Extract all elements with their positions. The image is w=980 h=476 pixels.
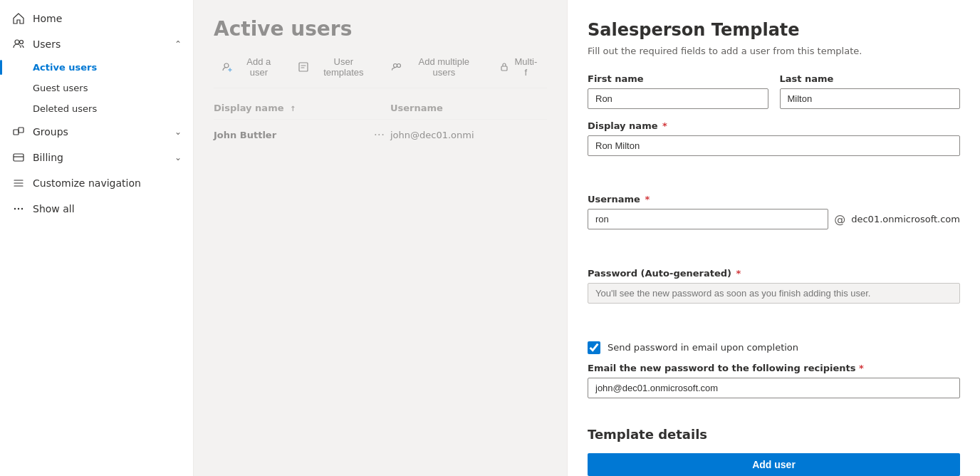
sidebar-item-groups[interactable]: Groups ⌄ [0,119,193,145]
col-display-name: Display name ↑ [214,103,390,113]
sidebar-item-users-label: Users [33,38,61,50]
page-title: Active users [214,17,547,41]
svg-point-1 [20,41,24,44]
send-email-row: Send password in email upon completion [588,341,960,354]
sidebar-item-customize-navigation[interactable]: Customize navigation [0,170,193,196]
svg-rect-3 [19,128,24,133]
svg-point-7 [21,208,23,209]
home-icon [11,11,26,26]
svg-rect-2 [14,130,19,135]
side-panel: Salesperson Template Fill out the requir… [567,0,980,476]
sidebar-subitem-guest-users-label: Guest users [33,83,88,93]
sidebar-item-home[interactable]: Home [0,6,193,31]
sidebar-item-show-all-label: Show all [33,203,75,214]
sidebar-item-billing-label: Billing [33,152,63,163]
sidebar-item-deleted-users[interactable]: Deleted users [0,98,193,119]
row-options-icon[interactable]: ··· [374,128,385,142]
sidebar-item-show-all[interactable]: Show all [0,196,193,222]
user-display-name: John Buttler [214,130,374,140]
table-row[interactable]: John Buttler ··· john@dec01.onmi [214,120,547,151]
sidebar-item-home-label: Home [33,13,62,24]
add-user-button[interactable]: Add user [588,453,960,476]
sidebar-item-groups-label: Groups [33,126,68,138]
sidebar-item-active-users[interactable]: Active users [0,57,193,78]
username-input[interactable] [588,209,828,229]
email-recipients-label: Email the new password to the following … [588,363,960,373]
main-content: Active users Add a user User templates A… [194,0,567,476]
display-name-group: Display name * [588,120,960,182]
sidebar-item-users[interactable]: Users ⌃ [0,31,193,57]
password-input [588,283,960,304]
sidebar: Home Users ⌃ Active users Guest users De… [0,0,194,476]
sidebar-item-guest-users[interactable]: Guest users [0,78,193,98]
col-username: Username [390,103,547,113]
multi-factor-button[interactable]: Multi-f [491,52,547,82]
sort-icon: ↑ [290,105,296,113]
toolbar: Add a user User templates Add multiple u… [214,52,547,88]
svg-rect-12 [501,66,507,71]
users-icon [11,37,26,51]
svg-rect-4 [14,154,24,161]
send-email-label: Send password in email upon completion [608,342,798,353]
username-group: Username * @ dec01.onmicrosoft.com [588,194,960,256]
chevron-down-groups-icon: ⌄ [174,127,182,137]
first-name-group: First name [588,73,768,109]
add-multiple-users-label: Add multiple users [406,56,482,78]
password-label: Password (Auto-generated) * [588,268,960,279]
user-username: john@dec01.onmi [390,130,547,140]
billing-icon [11,150,26,165]
panel-title: Salesperson Template [588,20,960,40]
svg-point-8 [224,63,229,68]
svg-point-11 [397,64,400,68]
domain-text: dec01.onmicrosoft.com [851,214,960,224]
svg-point-5 [14,208,16,209]
svg-point-10 [393,64,397,68]
sidebar-subitem-deleted-users-label: Deleted users [33,103,97,114]
sidebar-item-customize-navigation-label: Customize navigation [33,177,141,189]
table-header: Display name ↑ Username [214,97,547,120]
display-name-label: Display name * [588,120,960,131]
user-templates-button[interactable]: User templates [290,52,383,82]
email-recipients-input[interactable] [588,378,960,398]
display-name-input[interactable] [588,135,960,156]
customize-icon [11,176,26,190]
chevron-down-billing-icon: ⌄ [174,152,182,162]
sidebar-subitem-active-users-label: Active users [33,62,97,73]
template-details-heading: Template details [588,427,960,442]
email-recipients-group: Email the new password to the following … [588,363,960,413]
svg-point-0 [15,40,19,44]
last-name-label: Last name [780,73,961,84]
groups-icon [11,125,26,139]
password-group: Password (Auto-generated) * [588,268,960,330]
send-email-checkbox[interactable] [588,341,600,354]
username-row: @ dec01.onmicrosoft.com [588,209,960,229]
first-name-input[interactable] [588,88,768,109]
add-user-button[interactable]: Add a user [214,52,290,82]
dots-icon [11,202,26,216]
add-user-label: Add a user [236,56,281,78]
username-label: Username * [588,194,960,205]
add-multiple-users-button[interactable]: Add multiple users [383,52,491,82]
svg-point-6 [18,208,19,209]
chevron-up-icon: ⌃ [174,39,182,49]
last-name-group: Last name [780,73,961,109]
at-sign-icon: @ [834,212,845,226]
multi-factor-label: Multi-f [514,56,538,78]
last-name-input[interactable] [780,88,961,109]
user-templates-label: User templates [313,56,375,78]
svg-rect-9 [299,63,308,71]
name-row: First name Last name [588,73,960,109]
first-name-label: First name [588,73,768,84]
panel-subtitle: Fill out the required fields to add a us… [588,46,960,56]
sidebar-item-billing[interactable]: Billing ⌄ [0,145,193,170]
